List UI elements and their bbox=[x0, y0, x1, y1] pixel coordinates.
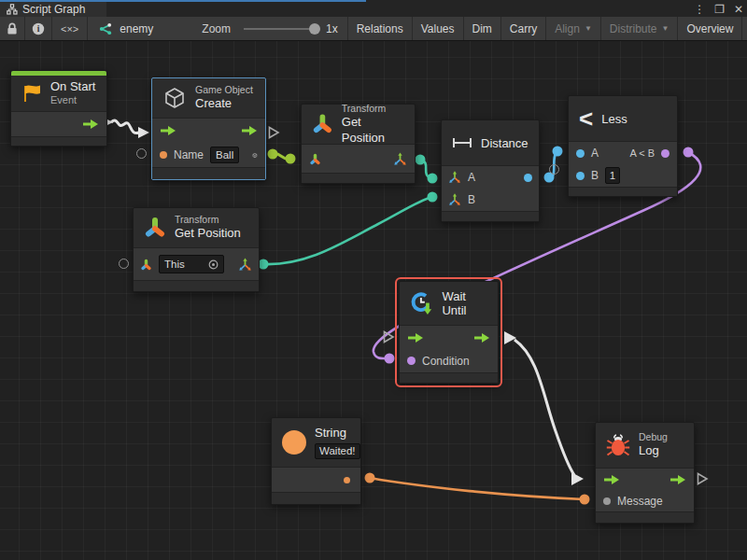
graph-name-label: enemy bbox=[120, 22, 153, 35]
node-title: Wait Until bbox=[442, 289, 487, 317]
lock-icon bbox=[7, 22, 18, 35]
port-a-label: A bbox=[468, 171, 475, 184]
wire-endpoint bbox=[428, 192, 438, 203]
wire-endpoint bbox=[428, 174, 438, 184]
wire-endpoint bbox=[544, 173, 555, 183]
full-screen-button[interactable]: Full Screen bbox=[742, 17, 747, 40]
node-group: Debug bbox=[639, 431, 668, 443]
values-button[interactable]: Values bbox=[413, 17, 464, 40]
zoom-label: Zoom bbox=[202, 22, 231, 35]
flag-icon bbox=[21, 83, 42, 104]
wire-endpoint bbox=[268, 149, 278, 160]
zoom-value: 1x bbox=[326, 22, 338, 35]
port-a-label: A bbox=[591, 147, 599, 160]
wire-onstart-create[interactable] bbox=[111, 120, 139, 133]
wire-endpoint bbox=[553, 147, 563, 157]
distribute-dropdown[interactable]: Distribute ▼ bbox=[601, 17, 679, 40]
wire-endpoint bbox=[286, 154, 296, 164]
node-title: String bbox=[315, 426, 360, 441]
exec-input-port[interactable] bbox=[407, 332, 424, 343]
b-value-field[interactable]: 1 bbox=[605, 167, 620, 184]
string-output-port[interactable] bbox=[344, 477, 350, 483]
align-label: Align bbox=[555, 22, 580, 35]
wire-arrowhead bbox=[138, 127, 149, 138]
exec-output-port[interactable] bbox=[669, 474, 686, 485]
tab-script-graph[interactable]: Script Graph bbox=[0, 2, 106, 17]
maximize-icon[interactable]: ❐ bbox=[714, 3, 725, 16]
node-get-position-bottom[interactable]: Transform Get Position This bbox=[133, 207, 260, 292]
target-field-value: This bbox=[164, 259, 204, 270]
node-string[interactable]: String Waited! bbox=[271, 417, 361, 505]
object-picker-icon[interactable] bbox=[208, 259, 218, 270]
node-title: Get Position bbox=[175, 226, 241, 241]
tab-strip: Script Graph ⋮ ❐ ✕ bbox=[0, 0, 747, 17]
node-create[interactable]: Game Object Create Name Ball bbox=[151, 77, 266, 180]
align-dropdown[interactable]: Align ▼ bbox=[546, 17, 601, 40]
node-debug-log[interactable]: Debug Log Message bbox=[595, 422, 695, 524]
port-b-label: B bbox=[591, 169, 599, 182]
transform-input-port[interactable] bbox=[140, 259, 152, 271]
node-group: Transform bbox=[342, 103, 404, 115]
node-subtitle: Event bbox=[50, 94, 95, 107]
port-b-label: B bbox=[468, 193, 475, 206]
distance-icon bbox=[452, 137, 472, 148]
wire-endpoint bbox=[385, 354, 395, 364]
node-less[interactable]: < Less A A < B B 1 bbox=[568, 95, 678, 197]
close-icon[interactable]: ✕ bbox=[734, 3, 743, 16]
overview-button[interactable]: Overview bbox=[678, 17, 742, 40]
target-field[interactable]: This bbox=[159, 255, 224, 273]
more-icon[interactable]: ⋮ bbox=[694, 3, 705, 16]
exec-input-port[interactable] bbox=[160, 125, 176, 136]
condition-label: Condition bbox=[422, 355, 470, 368]
exec-input-port[interactable] bbox=[603, 474, 620, 485]
wire-endpoint bbox=[365, 473, 375, 483]
exec-output-port[interactable] bbox=[82, 119, 99, 130]
relations-button[interactable]: Relations bbox=[348, 17, 413, 40]
vector3-input-port[interactable] bbox=[448, 193, 461, 206]
inspect-code-button[interactable]: <×> bbox=[52, 17, 88, 40]
vector3-input-port[interactable] bbox=[448, 171, 461, 184]
condition-input-port[interactable] bbox=[407, 357, 416, 365]
transform-input-port[interactable] bbox=[309, 153, 321, 165]
gameobject-output-port[interactable] bbox=[252, 149, 258, 161]
node-title: Get Position bbox=[342, 115, 404, 146]
message-input-port[interactable] bbox=[603, 497, 611, 505]
vector3-output-port[interactable] bbox=[393, 152, 407, 166]
string-icon bbox=[282, 430, 306, 455]
node-wait-until[interactable]: Wait Until Condition bbox=[399, 281, 499, 384]
node-get-position-top[interactable]: Transform Get Position bbox=[301, 104, 416, 184]
exec-output-port[interactable] bbox=[241, 125, 258, 136]
lock-button[interactable] bbox=[0, 17, 25, 40]
exec-output-port[interactable] bbox=[473, 332, 490, 343]
chevron-down-icon: ▼ bbox=[585, 24, 592, 33]
wire-waituntil-log[interactable] bbox=[514, 340, 574, 475]
name-field[interactable]: Ball bbox=[210, 147, 239, 163]
carry-button[interactable]: Carry bbox=[501, 17, 546, 40]
distribute-label: Distribute bbox=[610, 22, 657, 35]
transform-icon bbox=[312, 113, 333, 135]
string-value-field[interactable]: Waited! bbox=[315, 443, 360, 459]
zoom-slider[interactable] bbox=[244, 28, 318, 30]
dim-button[interactable]: Dim bbox=[464, 17, 501, 40]
graph-reference-icon bbox=[97, 22, 112, 35]
wire-endpoint bbox=[259, 259, 269, 270]
distance-output-port[interactable] bbox=[524, 174, 532, 182]
node-title: Distance bbox=[481, 136, 529, 150]
node-group: Game Object bbox=[195, 84, 253, 96]
svg-text:i: i bbox=[37, 24, 40, 34]
node-title: Log bbox=[639, 443, 668, 458]
zoom-slider-handle[interactable] bbox=[309, 23, 320, 35]
less-input-b-port[interactable] bbox=[576, 172, 585, 180]
wire-string-log[interactable] bbox=[370, 478, 585, 499]
node-distance[interactable]: Distance A bbox=[441, 119, 540, 222]
node-on-start[interactable]: On Start Event bbox=[10, 70, 107, 147]
info-button[interactable]: i bbox=[25, 17, 52, 40]
less-output-port[interactable] bbox=[661, 149, 669, 158]
wire-endpoint bbox=[580, 495, 590, 505]
name-input-port[interactable] bbox=[160, 151, 167, 159]
less-input-a-port[interactable] bbox=[576, 149, 585, 158]
wire-getposition-distance-b[interactable] bbox=[263, 197, 432, 264]
transform-icon bbox=[144, 217, 166, 239]
vector3-output-port[interactable] bbox=[238, 258, 252, 272]
node-title: Create bbox=[195, 96, 253, 111]
